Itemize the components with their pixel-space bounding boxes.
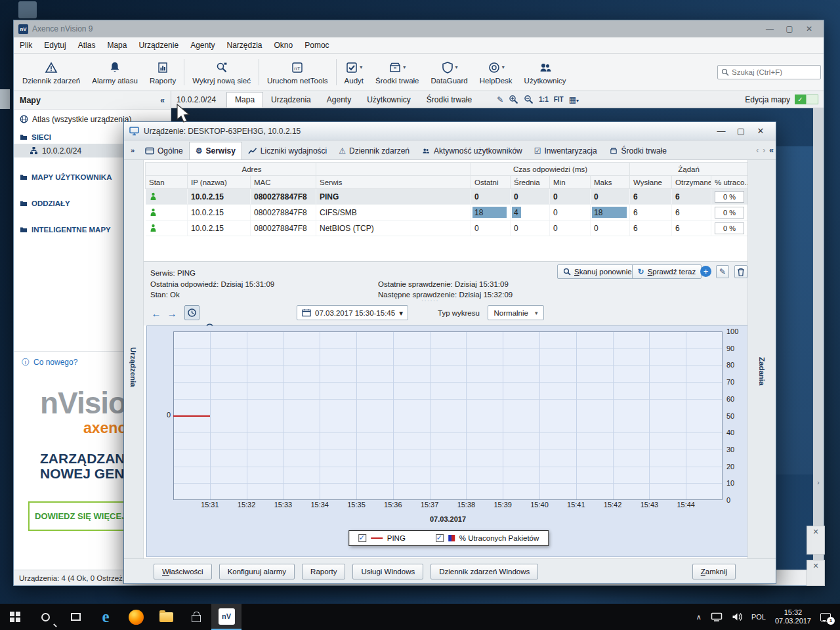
col-min[interactable]: Min (550, 176, 591, 189)
windows-services-button[interactable]: Usługi Windows (352, 564, 423, 579)
col-ostatni[interactable]: Ostatni (471, 176, 511, 189)
display-tray-icon[interactable] (706, 604, 727, 630)
checkbox-checked-icon[interactable] (436, 534, 444, 542)
group-header-adres[interactable]: Adres (188, 163, 316, 176)
menu-okno[interactable]: Okno (268, 41, 299, 50)
col-ip[interactable]: IP (nazwa) (188, 176, 251, 189)
main-title-bar[interactable]: nV Axence nVision 9 — ▢ ✕ (14, 20, 824, 37)
left-docked-panel[interactable]: Urządzenia (124, 160, 144, 558)
toolbar-audit-button[interactable]: ▾ Audyt (339, 54, 369, 91)
tab-agenty[interactable]: Agenty (319, 93, 359, 107)
toolbar-reports-button[interactable]: Raporty (144, 54, 182, 91)
col-serwis[interactable]: Serwis (316, 176, 471, 189)
action-center-button[interactable]: 1 (816, 604, 840, 630)
col-wyslane[interactable]: Wysłane (630, 176, 672, 189)
time-zoom-in-button[interactable] (184, 305, 200, 320)
store-button[interactable] (181, 604, 211, 630)
table-row-cifs[interactable]: 10.0.2.15 0800278847F8 CIFS/SMB 18 4 0 1… (146, 205, 748, 220)
col-maks[interactable]: Maks (591, 176, 630, 189)
tab-urzadzenia[interactable]: Urządzenia (263, 93, 319, 107)
toolbar-nettools-button[interactable]: nT Uruchom netTools (261, 54, 334, 91)
tab-scroll-left-icon[interactable]: ‹ (756, 146, 759, 155)
right-docked-panel[interactable]: Zadania (747, 160, 776, 558)
desktop-icon[interactable] (0, 89, 10, 109)
taskbar-clock[interactable]: 15:32 07.03.2017 (770, 604, 816, 630)
configure-alarms-button[interactable]: Konfiguruj alarmy (219, 564, 295, 579)
menu-narzedzia[interactable]: Narzędzia (220, 41, 268, 50)
chart-forward-arrow[interactable]: → (165, 305, 179, 321)
firefox-button[interactable] (121, 604, 151, 630)
add-service-button[interactable]: + (700, 266, 711, 277)
tray-expand-chevron[interactable]: ∧ (692, 604, 706, 630)
chart-type-select[interactable]: Normalnie ▾ (488, 305, 544, 320)
close-panel-icon[interactable]: ✕ (812, 528, 818, 536)
zoom-100-button[interactable]: 1:1 (539, 96, 548, 103)
toolbar-event-log-button[interactable]: Dziennik zdarzeń (16, 54, 86, 91)
col-mac[interactable]: MAC (251, 176, 316, 189)
search-input[interactable] (732, 68, 817, 76)
minimize-icon[interactable]: — (711, 126, 731, 136)
col-stan[interactable]: Stan (146, 176, 188, 189)
reports-button[interactable]: Raporty (302, 564, 345, 579)
chart-back-arrow[interactable]: ← (149, 305, 163, 321)
windows-event-log-button[interactable]: Dziennik zdarzeń Windows (430, 564, 538, 579)
language-indicator[interactable]: POL (747, 604, 770, 630)
toolbar-helpdesk-button[interactable]: ▾ HelpDesk (474, 54, 518, 91)
date-range-picker[interactable]: 07.03.2017 15:30-15:45 ▾ (297, 305, 408, 320)
toolbar-users-button[interactable]: Użytkownicy (518, 54, 572, 91)
map-scroll-strip[interactable]: › (813, 108, 824, 570)
edit-map-toggle[interactable]: ✓ (795, 94, 818, 104)
tab-ogolne[interactable]: Ogólne (139, 142, 189, 159)
chart-plot-area[interactable] (173, 331, 723, 500)
volume-tray-icon[interactable] (727, 604, 747, 630)
desktop-icon[interactable] (18, 1, 37, 18)
close-dialog-button[interactable]: Zamknij (692, 564, 736, 579)
toolbar-discover-network-button[interactable]: Wykryj nową sieć (186, 54, 257, 91)
grid-layout-icon[interactable]: ▦▾ (569, 95, 579, 104)
close-panel-icon[interactable]: ✕ (812, 562, 818, 570)
table-row-ping[interactable]: 10.0.2.15 0800278847F8 PING 0 0 0 0 6 6 … (146, 189, 748, 205)
tab-serwisy[interactable]: ⚙ Serwisy (189, 142, 242, 159)
checkbox-checked-icon[interactable] (358, 534, 366, 542)
check-now-button[interactable]: ↻ Sprawdź teraz (632, 264, 702, 279)
collapse-sidebar-icon[interactable]: « (160, 96, 165, 105)
maximize-icon[interactable]: ▢ (780, 24, 799, 33)
tab-uzytkownicy[interactable]: Użytkownicy (359, 93, 419, 107)
taskbar-search-button[interactable] (30, 604, 60, 630)
rescan-button[interactable]: Skanuj ponownie (557, 264, 638, 279)
edge-browser-button[interactable]: e (91, 604, 121, 630)
nvision-taskbar-button[interactable]: nV (211, 604, 242, 630)
menu-edytuj[interactable]: Edytuj (38, 41, 72, 50)
splitter-grip[interactable]: ...... (421, 296, 439, 303)
properties-button[interactable]: Właściwości (154, 564, 212, 579)
menu-mapa[interactable]: Mapa (101, 41, 133, 50)
maximize-icon[interactable]: ▢ (731, 126, 751, 136)
zoom-in-icon[interactable] (509, 94, 518, 104)
minimize-icon[interactable]: — (760, 24, 780, 33)
menu-urzadzenie[interactable]: Urządzenie (133, 41, 184, 50)
toolbar-dataguard-button[interactable]: ▾ DataGuard (425, 54, 473, 91)
file-explorer-button[interactable] (151, 604, 181, 630)
chevron-right-icon[interactable]: › (813, 479, 824, 486)
tab-aktywnosc-uzytkownikow[interactable]: Aktywność użytkowników (415, 142, 528, 159)
task-view-button[interactable] (60, 604, 91, 630)
toolbar-assets-button[interactable]: ▾ Środki trwałe (369, 54, 425, 91)
close-icon[interactable]: ✕ (751, 126, 770, 136)
tab-inwentaryzacja[interactable]: ☑ Inwentaryzacja (528, 142, 603, 159)
tab-liczniki-wydajnosci[interactable]: Liczniki wydajności (242, 142, 333, 159)
tab-mapa[interactable]: Mapa (226, 92, 263, 108)
col-utracone[interactable]: % utraco... (711, 176, 747, 189)
col-srednia[interactable]: Średnia (511, 176, 550, 189)
group-header-czas[interactable]: Czas odpowiedzi (ms) (471, 163, 630, 176)
menu-atlas[interactable]: Atlas (72, 41, 102, 50)
expand-left-panel-icon[interactable]: » (126, 146, 139, 154)
group-header-zadan[interactable]: Żądań (630, 163, 747, 176)
col-otrzymane[interactable]: Otrzymane (672, 176, 711, 189)
edit-pencil-icon[interactable]: ✎ (497, 95, 503, 104)
zoom-out-icon[interactable] (524, 94, 534, 104)
tab-srodki-trwale[interactable]: Środki trwałe (603, 142, 673, 159)
fit-button[interactable]: FIT (554, 96, 564, 103)
tab-srodki-trwale[interactable]: Środki trwałe (419, 93, 480, 107)
edit-service-button[interactable]: ✎ (716, 265, 729, 278)
menu-agenty[interactable]: Agenty (184, 41, 220, 50)
